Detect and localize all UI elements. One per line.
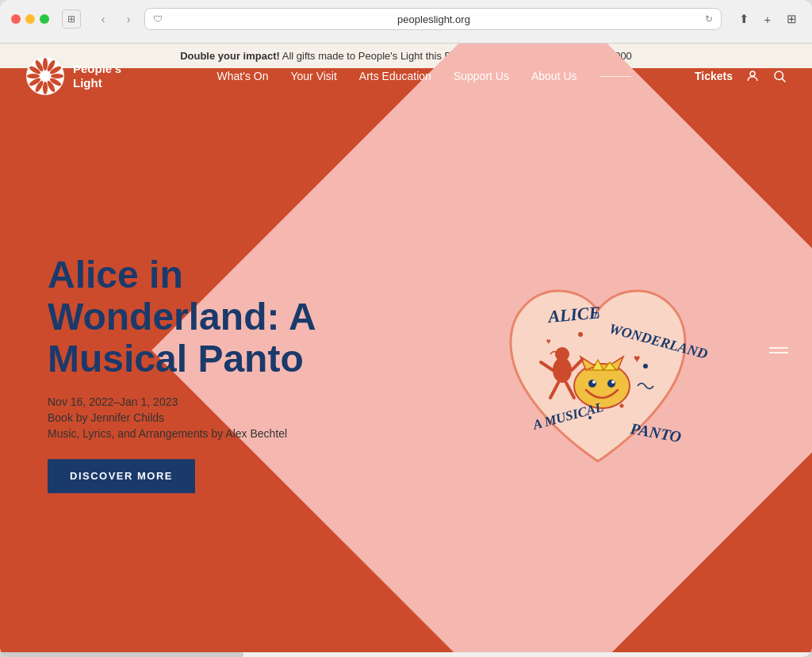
nav-support-us[interactable]: Support Us — [454, 70, 509, 82]
share-icon[interactable]: ⬆ — [734, 10, 753, 29]
svg-point-1 — [43, 58, 48, 71]
account-icon[interactable] — [745, 69, 760, 83]
scroll-indicator — [769, 347, 788, 353]
logo-area[interactable]: People's Light — [25, 56, 121, 96]
svg-point-18 — [588, 380, 596, 388]
nav-whats-on[interactable]: What's On — [217, 70, 269, 82]
scrollbar-thumb[interactable] — [0, 652, 243, 657]
nav-about-us[interactable]: About Us — [531, 70, 577, 82]
hero-title: Alice in Wonderland: A Musical Panto — [48, 254, 381, 380]
tabs-icon[interactable]: ⊞ — [782, 10, 801, 29]
svg-text:♥: ♥ — [634, 352, 640, 365]
minimize-button[interactable] — [25, 14, 35, 24]
logo-text: People's Light — [73, 62, 121, 90]
shield-icon: 🛡 — [153, 13, 163, 25]
svg-point-40 — [620, 404, 624, 408]
hero-music-credit: Music, Lyrics, and Arrangements by Alex … — [48, 428, 381, 441]
svg-point-7 — [43, 82, 48, 94]
browser-window: ⊞ ‹ › 🛡 peopleslight.org ↻ ⬆ + ⊞ Double … — [0, 0, 812, 657]
url-display: peopleslight.org — [167, 13, 700, 25]
back-button[interactable]: ‹ — [94, 10, 113, 29]
browser-tabs — [11, 36, 801, 43]
svg-point-15 — [775, 71, 783, 80]
hero-book-credit: Book by Jennifer Childs — [48, 412, 381, 425]
discover-more-button[interactable]: DISCOVER MORE — [48, 460, 195, 494]
hero-area: People's Light What's On Your Visit Arts… — [0, 44, 812, 657]
svg-point-19 — [607, 380, 615, 388]
window-layout-icon[interactable]: ⊞ — [62, 10, 81, 29]
svg-text:PANTO: PANTO — [628, 419, 683, 445]
svg-point-26 — [555, 347, 569, 361]
scrollbar-area[interactable] — [0, 652, 812, 657]
new-tab-icon[interactable]: + — [758, 10, 777, 29]
site-content: Double your impact! All gifts made to Pe… — [0, 44, 812, 657]
svg-point-39 — [643, 364, 648, 369]
nav-right: Tickets — [695, 69, 787, 83]
logo-icon — [25, 56, 65, 96]
browser-actions: ⬆ + ⊞ — [734, 10, 801, 29]
forward-button[interactable]: › — [119, 10, 138, 29]
svg-point-21 — [611, 380, 615, 384]
address-bar[interactable]: 🛡 peopleslight.org ↻ — [144, 8, 722, 30]
browser-chrome: ⊞ ‹ › 🛡 peopleslight.org ↻ ⬆ + ⊞ — [0, 0, 812, 44]
site-nav: People's Light What's On Your Visit Arts… — [0, 44, 812, 109]
close-button[interactable] — [11, 14, 21, 24]
svg-point-41 — [588, 416, 592, 419]
nav-links: What's On Your Visit Arts Education Supp… — [153, 70, 695, 82]
svg-line-16 — [782, 78, 785, 82]
hero-content: Alice in Wonderland: A Musical Panto Nov… — [48, 254, 381, 493]
reload-icon[interactable]: ↻ — [705, 13, 713, 25]
nav-your-visit[interactable]: Your Visit — [290, 70, 336, 82]
svg-point-14 — [750, 71, 755, 76]
nav-arts-education[interactable]: Arts Education — [359, 70, 431, 82]
svg-point-10 — [27, 74, 40, 78]
svg-point-38 — [578, 332, 583, 337]
search-icon[interactable] — [772, 69, 787, 83]
traffic-lights — [11, 14, 49, 24]
svg-text:♥: ♥ — [546, 337, 551, 346]
scroll-line-2 — [769, 352, 788, 353]
svg-text:in: in — [592, 307, 599, 319]
maximize-button[interactable] — [40, 14, 49, 24]
hero-date: Nov 16, 2022–Jan 1, 2023 — [48, 396, 381, 409]
scroll-line-1 — [769, 347, 788, 349]
svg-point-4 — [51, 74, 63, 78]
tickets-button[interactable]: Tickets — [695, 70, 733, 82]
nav-separator — [599, 76, 631, 77]
svg-point-20 — [592, 380, 596, 384]
svg-point-13 — [41, 72, 49, 80]
heart-illustration: ALICE in WONDERLAND A MUSICAL PANTO ♥ ♥ — [463, 231, 733, 501]
